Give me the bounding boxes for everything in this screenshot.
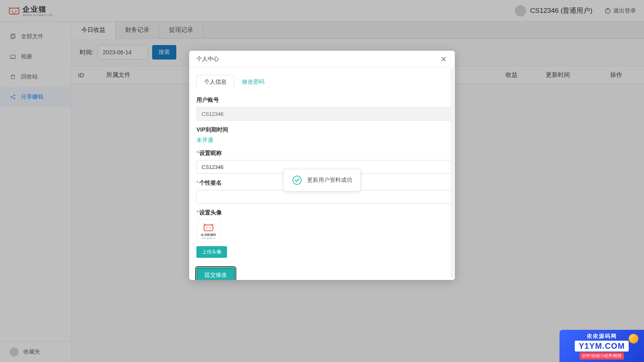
- profile-modal: 个人中心 个人信息 修改密码 用户账号 VIP到期时间 未开通 *设置昵称 *个…: [189, 51, 455, 280]
- svg-point-20: [206, 227, 207, 228]
- account-field: [196, 107, 453, 121]
- watermark-dot-icon: [629, 334, 638, 343]
- upload-avatar-button[interactable]: 上传头像: [196, 246, 227, 258]
- close-icon[interactable]: [440, 55, 448, 63]
- avatar-preview: 企业猫源码 www.qymao.cn: [196, 220, 221, 242]
- modal-tab-info[interactable]: 个人信息: [196, 75, 234, 89]
- check-circle-icon: [292, 175, 302, 185]
- watermark: 依依源码网 Y1YM.COM 软件/游戏/小程序/棋牌: [559, 330, 644, 362]
- account-label: 用户账号: [196, 97, 453, 104]
- nickname-label: *设置昵称: [196, 150, 453, 157]
- modal-tabs: 个人信息 修改密码: [196, 75, 453, 89]
- vip-value: 未开通: [196, 137, 453, 144]
- submit-button[interactable]: 提交修改: [196, 267, 235, 280]
- success-toast: 更新用户资料成功: [283, 169, 361, 191]
- cat-logo-icon: [202, 222, 215, 232]
- signature-field[interactable]: [196, 190, 453, 204]
- modal-tab-password[interactable]: 修改密码: [234, 75, 272, 89]
- avatar-label: *设置头像: [196, 209, 453, 216]
- svg-point-21: [210, 227, 211, 228]
- svg-rect-19: [204, 225, 213, 230]
- vip-label: VIP到期时间: [196, 126, 453, 134]
- modal-header: 个人中心: [189, 51, 455, 68]
- svg-point-22: [293, 176, 301, 184]
- modal-title: 个人中心: [196, 56, 219, 63]
- toast-message: 更新用户资料成功: [307, 177, 352, 184]
